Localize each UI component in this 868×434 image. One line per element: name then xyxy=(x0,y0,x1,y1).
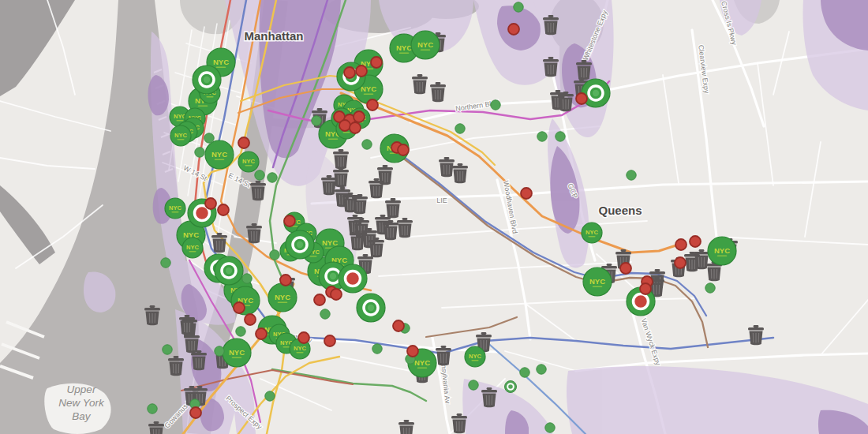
dropoff-ring-marker[interactable] xyxy=(357,294,385,322)
compost-hub-marker[interactable]: NYC xyxy=(583,268,612,296)
trash-bin-icon[interactable] xyxy=(543,57,559,77)
compost-hub-marker-small[interactable]: NYC xyxy=(182,238,203,258)
greenmarket-dot-marker[interactable] xyxy=(520,368,529,377)
trash-bin-icon[interactable] xyxy=(168,356,184,376)
compost-hub-marker[interactable]: NYC xyxy=(223,339,251,367)
closed-site-marker[interactable] xyxy=(190,407,201,418)
closed-site-marker[interactable] xyxy=(508,24,519,35)
greenmarket-dot-marker[interactable] xyxy=(469,380,478,390)
greenmarket-dot-marker[interactable] xyxy=(491,100,500,110)
closed-site-marker[interactable] xyxy=(521,188,532,199)
trash-bin-icon[interactable] xyxy=(246,223,262,243)
greenmarket-ring-dot-marker[interactable] xyxy=(505,381,517,393)
closed-site-marker[interactable] xyxy=(398,144,409,155)
closed-site-marker[interactable] xyxy=(356,65,367,77)
greenmarket-dot-marker[interactable] xyxy=(455,124,465,133)
closed-site-marker[interactable] xyxy=(280,275,291,286)
closed-site-marker[interactable] xyxy=(367,99,378,110)
greenmarket-dot-marker[interactable] xyxy=(362,140,372,149)
trash-bin-icon[interactable] xyxy=(383,220,398,240)
greenmarket-dot-marker[interactable] xyxy=(215,346,224,356)
trash-bin-icon[interactable] xyxy=(250,181,266,200)
closed-site-marker[interactable] xyxy=(218,204,229,215)
greenmarket-dot-marker[interactable] xyxy=(556,132,565,141)
trash-bin-icon[interactable] xyxy=(350,230,365,250)
dropoff-ring-marker[interactable] xyxy=(193,65,221,94)
closed-site-marker[interactable] xyxy=(298,332,309,343)
trash-bin-icon[interactable] xyxy=(481,387,497,407)
closed-site-marker[interactable] xyxy=(314,294,325,305)
trash-bin-icon[interactable] xyxy=(430,82,446,102)
trash-bin-icon[interactable] xyxy=(333,149,349,169)
greenmarket-dot-marker[interactable] xyxy=(161,258,170,268)
closed-site-marker[interactable] xyxy=(284,215,295,226)
trash-bin-icon[interactable] xyxy=(412,74,428,94)
closed-site-marker[interactable] xyxy=(675,257,686,268)
closed-site-marker[interactable] xyxy=(675,239,687,250)
compost-hub-marker-small[interactable]: NYC xyxy=(582,223,602,243)
greenmarket-dot-marker[interactable] xyxy=(268,173,277,182)
trash-bin-icon[interactable] xyxy=(543,15,559,35)
closed-site-marker[interactable] xyxy=(407,346,418,357)
trash-bin-icon[interactable] xyxy=(184,333,200,353)
trash-bin-icon[interactable] xyxy=(385,198,401,218)
compost-hub-marker-small[interactable]: NYC xyxy=(465,346,485,367)
dropoff-ring-marker[interactable] xyxy=(215,256,243,285)
greenmarket-dot-marker[interactable] xyxy=(255,170,264,180)
closed-site-marker[interactable] xyxy=(344,67,355,78)
greenmarket-dot-marker[interactable] xyxy=(537,132,547,141)
greenmarket-dot-marker[interactable] xyxy=(372,344,382,354)
greenmarket-dot-marker[interactable] xyxy=(163,345,172,354)
closed-site-marker[interactable] xyxy=(331,289,342,300)
closed-site-marker[interactable] xyxy=(576,93,587,104)
compost-hub-marker[interactable]: NYC xyxy=(708,237,736,265)
greenmarket-dot-marker[interactable] xyxy=(537,365,546,374)
greenmarket-dot-marker[interactable] xyxy=(312,116,321,125)
greenmarket-dot-marker[interactable] xyxy=(195,148,204,157)
closed-site-marker[interactable] xyxy=(354,111,365,122)
greenmarket-dot-marker[interactable] xyxy=(265,391,275,401)
map-canvas[interactable]: ManhattanQueensNorthern BlvdLIEWoodhaven… xyxy=(0,0,868,434)
trash-bin-icon[interactable] xyxy=(436,346,451,365)
compost-hub-marker-small[interactable]: NYC xyxy=(170,125,191,146)
trash-bin-icon[interactable] xyxy=(191,350,207,370)
compost-hub-marker[interactable]: NYC xyxy=(411,31,440,59)
closed-site-marker[interactable] xyxy=(339,120,350,131)
closed-site-marker[interactable] xyxy=(256,328,267,339)
trash-bin-icon[interactable] xyxy=(144,305,160,325)
greenmarket-dot-marker[interactable] xyxy=(627,170,636,180)
trash-bin-icon[interactable] xyxy=(369,238,384,257)
closed-site-marker[interactable] xyxy=(245,314,256,325)
greenmarket-dot-marker[interactable] xyxy=(242,274,252,283)
compost-hub-marker[interactable]: NYC xyxy=(268,283,297,312)
dropoff-ring-marker[interactable] xyxy=(286,230,314,259)
greenmarket-dot-marker[interactable] xyxy=(204,133,214,143)
compost-hub-marker[interactable]: NYC xyxy=(205,140,234,169)
trash-bin-icon[interactable] xyxy=(397,218,413,238)
closed-site-marker[interactable] xyxy=(620,263,631,274)
compost-hub-marker-small[interactable]: NYC xyxy=(238,152,259,172)
trash-bin-icon[interactable] xyxy=(452,163,468,183)
trash-bin-icon[interactable] xyxy=(369,178,384,198)
greenmarket-dot-marker[interactable] xyxy=(545,423,555,432)
trash-bin-icon[interactable] xyxy=(748,325,764,345)
trash-bin-icon[interactable] xyxy=(321,175,337,195)
greenmarket-dot-marker[interactable] xyxy=(148,404,157,413)
closed-site-marker[interactable] xyxy=(324,335,335,346)
trash-bin-icon[interactable] xyxy=(179,315,195,335)
trash-bin-icon[interactable] xyxy=(451,413,467,433)
compost-hub-marker-small[interactable]: NYC xyxy=(165,198,185,219)
greenmarket-dot-marker[interactable] xyxy=(270,250,279,260)
trash-bin-icon[interactable] xyxy=(211,233,227,253)
greenmarket-dot-marker[interactable] xyxy=(236,327,245,336)
closed-site-marker[interactable] xyxy=(371,57,382,68)
trash-bin-icon[interactable] xyxy=(352,194,368,214)
closed-site-marker[interactable] xyxy=(690,236,701,247)
greenmarket-dot-marker[interactable] xyxy=(514,2,523,12)
closed-site-marker[interactable] xyxy=(640,283,651,294)
trash-bin-icon[interactable] xyxy=(576,60,592,80)
closed-site-marker[interactable] xyxy=(205,198,216,209)
closed-dropoff-ring-marker[interactable] xyxy=(339,264,367,293)
closed-site-marker[interactable] xyxy=(393,320,404,331)
trash-bin-icon[interactable] xyxy=(694,249,709,269)
